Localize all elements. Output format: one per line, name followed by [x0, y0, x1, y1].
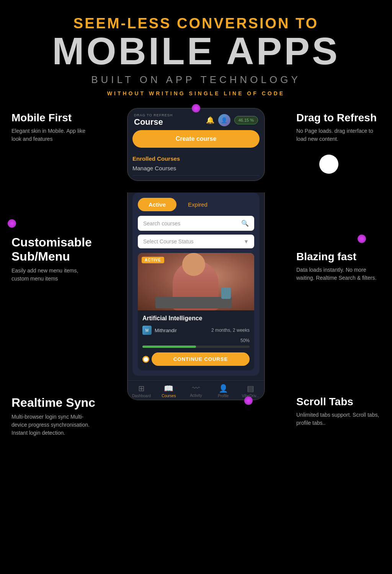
- nav-profile-label: Profile: [218, 394, 229, 398]
- course-card: ACTIVE Artificial Intelligence M Mithran…: [138, 253, 254, 370]
- nav-activity-label: Activity: [190, 393, 202, 398]
- tab-expired-button[interactable]: Expired: [180, 198, 215, 211]
- mobile-first-title: Mobile First: [11, 112, 96, 124]
- continue-btn-row: CONTINUE COURSE: [142, 352, 250, 366]
- nav-vibedrive[interactable]: ▤ VibeDriv...: [237, 384, 264, 398]
- progress-bar-fill: [142, 346, 196, 348]
- filter-placeholder: Select Course Status: [143, 238, 194, 245]
- realtime-sync-title: Realtime Sync: [11, 396, 96, 410]
- blazing-fast-title: Blazing fast: [296, 251, 381, 263]
- dot-pink-top: [192, 104, 200, 113]
- profile-icon: 👤: [219, 384, 228, 393]
- bell-icon[interactable]: 🔔: [206, 116, 214, 124]
- course-info: Artificial Intelligence M Mithrandir 2 m…: [138, 310, 254, 370]
- progress-badge: 46.15 %: [234, 116, 258, 124]
- enrolled-courses-link[interactable]: Enrolled Courses: [132, 153, 260, 163]
- nav-courses[interactable]: 📖 Courses: [155, 384, 182, 398]
- drag-refresh-title: Drag to Refresh: [296, 112, 381, 124]
- scroll-tabs-title: Scroll Tabs: [296, 396, 381, 408]
- scroll-tabs-desc: Unlimited tabs support. Scroll tabs, pro…: [296, 411, 381, 427]
- feature-drag-refresh: Drag to Refresh No Page loads. drag inte…: [296, 108, 381, 143]
- author-info: M Mithrandir: [142, 326, 177, 335]
- dot-pink-right: [358, 235, 366, 243]
- phone-screen: DRAG TO REFRESH Course 🔔 👤 46.15 % Creat…: [127, 108, 265, 181]
- course-meta: M Mithrandir 2 months, 2 weeks: [142, 326, 250, 335]
- nav-dashboard-label: Dashboard: [132, 394, 151, 398]
- manage-courses-link[interactable]: Manage Courses: [132, 163, 260, 176]
- chevron-down-icon: ▼: [243, 238, 249, 245]
- blazing-fast-desc: Data loads instantly. No more waiting. R…: [296, 266, 381, 282]
- progress-row: 50%: [142, 338, 250, 343]
- create-course-button[interactable]: Create course: [132, 130, 260, 148]
- tab-row: Active Expired: [138, 198, 254, 211]
- bottom-nav: ⊞ Dashboard 📖 Courses 〰 Activity 👤 Profi…: [128, 380, 264, 400]
- active-badge: ACTIVE: [142, 257, 164, 263]
- top-bar-icons: 🔔 👤 46.15 %: [206, 114, 258, 126]
- drag-refresh-desc: No Page loads. drag interface to load ne…: [296, 127, 381, 143]
- author-name: Mithrandir: [155, 328, 177, 333]
- dashboard-icon: ⊞: [138, 384, 145, 393]
- phone-mockup: DRAG TO REFRESH Course 🔔 👤 46.15 % Creat…: [127, 108, 265, 181]
- search-bar[interactable]: Search courses 🔍: [138, 216, 254, 231]
- phone-body-top: Create course Enrolled Courses Manage Co…: [128, 130, 264, 180]
- author-avatar: M: [142, 326, 152, 335]
- phone-top-left: DRAG TO REFRESH Course: [134, 113, 173, 127]
- vibedrive-icon: ▤: [247, 384, 254, 393]
- phone-middle: Active Expired Search courses 🔍 Select C…: [127, 189, 265, 380]
- course-name: Artificial Intelligence: [142, 315, 250, 322]
- nav-profile[interactable]: 👤 Profile: [210, 384, 237, 398]
- progress-pct: 50%: [240, 338, 250, 343]
- nav-activity[interactable]: 〰 Activity: [182, 384, 209, 398]
- manage-panel: Active Expired Search courses 🔍 Select C…: [132, 192, 260, 376]
- feature-customisable: Customisable Sub/Menu Easily add new men…: [11, 189, 96, 283]
- duration: 2 months, 2 weeks: [211, 328, 250, 333]
- feature-realtime-sync: Realtime Sync Multi-browser login sync M…: [11, 380, 96, 437]
- courses-icon: 📖: [164, 384, 173, 393]
- dot-pink-left: [8, 219, 16, 228]
- progress-bar-bg: [142, 346, 250, 348]
- avatar[interactable]: 👤: [218, 114, 230, 126]
- tab-active-button[interactable]: Active: [138, 198, 176, 211]
- feature-scroll-tabs: Scroll Tabs Unlimited tabs support. Scro…: [296, 380, 381, 427]
- course-title: Course: [134, 117, 173, 127]
- page-wrapper: SEEM-LESS CONVERSION TO MOBILE APPS BUIL…: [0, 0, 392, 437]
- header-section: SEEM-LESS CONVERSION TO MOBILE APPS BUIL…: [0, 0, 392, 104]
- search-placeholder: Search courses: [143, 220, 180, 227]
- subtitle-gray: BUILT ON APP TECHNOLOGY: [8, 74, 384, 86]
- activity-icon: 〰: [192, 384, 200, 393]
- mobile-first-desc: Elegant skin in Mobile. App like look an…: [11, 127, 96, 143]
- feature-blazing-fast: Blazing fast Data loads instantly. No mo…: [296, 189, 381, 282]
- nav-courses-label: Courses: [162, 394, 176, 398]
- nav-dashboard[interactable]: ⊞ Dashboard: [128, 384, 155, 398]
- dot-pink-bottom: [244, 396, 253, 405]
- filter-bar[interactable]: Select Course Status ▼: [138, 235, 254, 248]
- search-icon[interactable]: 🔍: [241, 220, 249, 227]
- customisable-desc: Easily add new menu items, custom menu i…: [11, 267, 96, 283]
- subtitle-yellow: WITHOUT WRITING SINGLE LINE OF CODE: [8, 90, 384, 96]
- play-dot: [142, 356, 149, 363]
- course-image: ACTIVE: [138, 253, 254, 310]
- feature-mobile-first: Mobile First Elegant skin in Mobile. App…: [11, 108, 96, 143]
- phone-bottom: ⊞ Dashboard 📖 Courses 〰 Activity 👤 Profi…: [127, 380, 265, 409]
- customisable-title: Customisable Sub/Menu: [11, 235, 96, 264]
- continue-course-button[interactable]: CONTINUE COURSE: [152, 352, 250, 366]
- headline-white: MOBILE APPS: [8, 32, 384, 70]
- realtime-sync-desc: Multi-browser login sync Multi-device pr…: [11, 413, 96, 437]
- drag-label: DRAG TO REFRESH: [134, 113, 173, 117]
- dot-white: [319, 155, 338, 174]
